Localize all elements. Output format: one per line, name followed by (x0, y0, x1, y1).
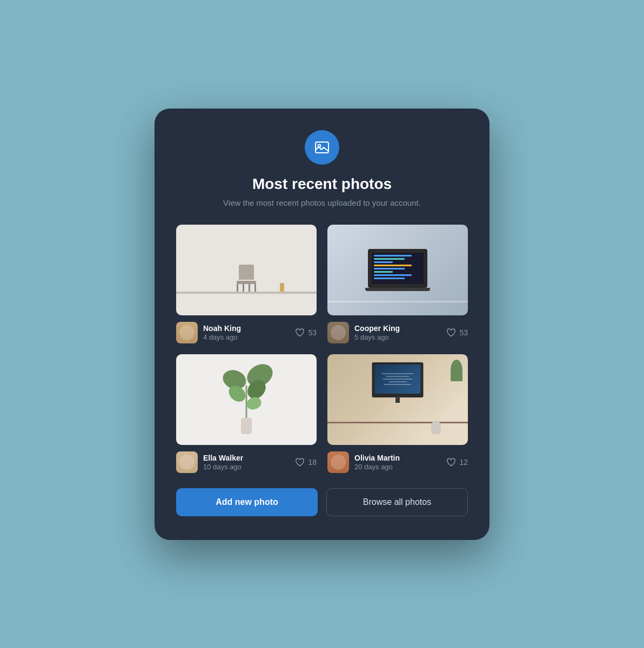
main-card: Most recent photos View the most recent … (155, 109, 489, 540)
user-name-4: Olivia Martin (354, 453, 400, 463)
page-title: Most recent photos (252, 176, 392, 193)
user-name-1: Noah King (203, 323, 241, 333)
user-info-3: Ella Walker 10 days ago (203, 453, 243, 471)
photo-likes-4[interactable]: 12 (446, 457, 468, 467)
photo-info-4: Olivia Martin 20 days ago 12 (327, 451, 468, 473)
photo-item-1: Noah King 4 days ago 53 (176, 225, 317, 343)
likes-count-3: 18 (308, 458, 317, 467)
avatar-noah (176, 322, 198, 343)
photo-desk-minimal-image (176, 225, 317, 315)
user-name-2: Cooper King (354, 323, 400, 333)
user-time-4: 20 days ago (354, 463, 400, 471)
laptop-body (368, 249, 427, 288)
heart-icon-1 (295, 328, 305, 338)
photo-likes-3[interactable]: 18 (295, 457, 317, 467)
photo-info-3: Ella Walker 10 days ago 18 (176, 451, 317, 473)
heart-icon-3 (295, 457, 305, 467)
avatar-cooper (327, 322, 349, 343)
photo-info-2: Cooper King 5 days ago 53 (327, 322, 468, 343)
actions-bar: Add new photo Browse all photos (176, 488, 468, 516)
likes-count-2: 53 (459, 328, 468, 337)
photo-laptop-image (327, 225, 468, 315)
photo-likes-1[interactable]: 53 (295, 328, 317, 338)
likes-count-1: 53 (308, 328, 317, 337)
user-info-4: Olivia Martin 20 days ago (354, 453, 400, 471)
avatar-ella (176, 451, 198, 473)
photo-plant-image (176, 354, 317, 445)
browse-photos-button[interactable]: Browse all photos (326, 488, 468, 516)
photo-user-2: Cooper King 5 days ago (327, 322, 400, 343)
photo-workspace-image (327, 354, 468, 445)
user-time-1: 4 days ago (203, 333, 241, 341)
photo-thumbnail-4[interactable] (327, 354, 468, 445)
photo-user-1: Noah King 4 days ago (176, 322, 241, 343)
add-photo-button[interactable]: Add new photo (176, 488, 318, 516)
page-subtitle: View the most recent photos uploaded to … (223, 198, 421, 207)
avatar-olivia (327, 451, 349, 473)
heart-icon-2 (446, 328, 456, 338)
heart-icon-4 (446, 457, 456, 467)
photo-user-4: Olivia Martin 20 days ago (327, 451, 400, 473)
photo-item-2: Cooper King 5 days ago 53 (327, 225, 468, 343)
photo-thumbnail-3[interactable] (176, 354, 317, 445)
user-info-2: Cooper King 5 days ago (354, 323, 400, 341)
photo-thumbnail-2[interactable] (327, 225, 468, 315)
card-header: Most recent photos View the most recent … (176, 130, 468, 207)
user-name-3: Ella Walker (203, 453, 243, 463)
photo-item-3: Ella Walker 10 days ago 18 (176, 354, 317, 473)
header-icon-circle (305, 130, 339, 165)
user-info-1: Noah King 4 days ago (203, 323, 241, 341)
photo-item-4: Olivia Martin 20 days ago 12 (327, 354, 468, 473)
user-time-2: 5 days ago (354, 333, 400, 341)
user-time-3: 10 days ago (203, 463, 243, 471)
chair-decoration (237, 265, 256, 292)
photo-info-1: Noah King 4 days ago 53 (176, 322, 317, 343)
photos-grid: Noah King 4 days ago 53 (176, 225, 468, 473)
image-icon (314, 139, 330, 156)
photo-thumbnail-1[interactable] (176, 225, 317, 315)
likes-count-4: 12 (459, 458, 468, 467)
photo-user-3: Ella Walker 10 days ago (176, 451, 243, 473)
photo-likes-2[interactable]: 53 (446, 328, 468, 338)
